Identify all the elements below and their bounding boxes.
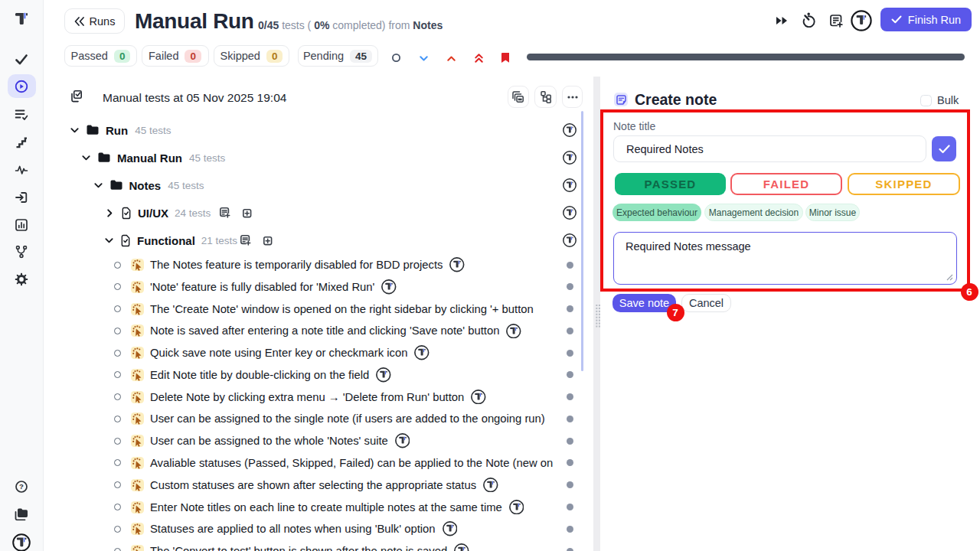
svg-text:?: ? [19,482,24,491]
